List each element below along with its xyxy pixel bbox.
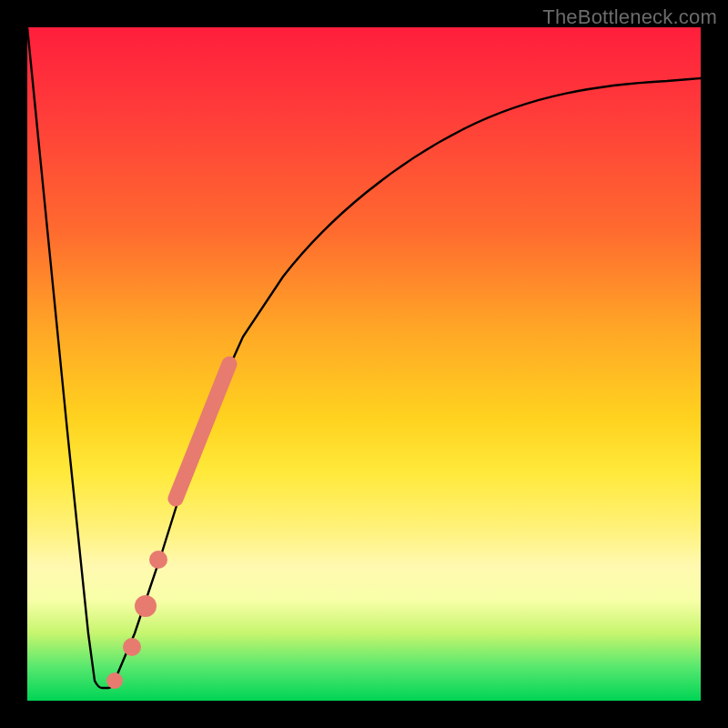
plot-area — [27, 27, 701, 701]
highlight-bar — [176, 364, 229, 499]
marker-4 — [106, 672, 123, 689]
attribution-text: TheBottleneck.com — [542, 5, 717, 29]
curve-layer — [27, 27, 701, 701]
bottleneck-curve — [27, 27, 701, 688]
chart-frame: TheBottleneck.com — [0, 0, 728, 728]
marker-3 — [123, 638, 141, 656]
marker-1 — [149, 551, 167, 569]
marker-2 — [135, 595, 157, 617]
